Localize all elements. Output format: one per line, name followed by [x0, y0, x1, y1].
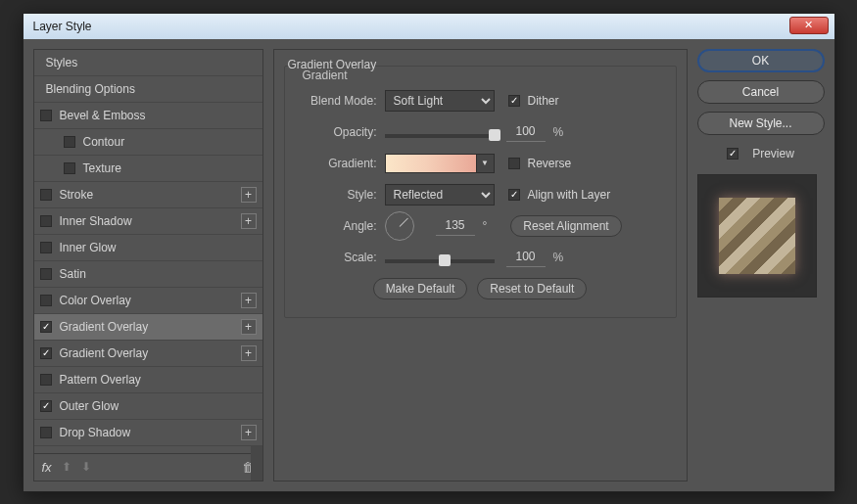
cancel-button[interactable]: Cancel — [697, 80, 825, 104]
add-effect-icon[interactable]: + — [241, 213, 257, 229]
reset-alignment-button[interactable]: Reset Alignment — [510, 215, 621, 237]
titlebar[interactable]: Layer Style ✕ — [24, 14, 834, 39]
styles-sidebar: Styles Blending Options Bevel & EmbossCo… — [33, 49, 263, 481]
sidebar-item-gradient-overlay-9[interactable]: Gradient Overlay+ — [34, 341, 262, 367]
new-style-button[interactable]: New Style... — [697, 112, 825, 135]
opacity-slider[interactable] — [385, 134, 495, 138]
style-label: Texture — [83, 161, 121, 175]
sidebar-item-contour-1[interactable]: Contour — [34, 129, 262, 156]
right-buttons: OK Cancel New Style... Preview — [697, 49, 825, 481]
sidebar-item-pattern-overlay-10[interactable]: Pattern Overlay — [34, 367, 262, 393]
sidebar-item-inner-shadow-4[interactable]: Inner Shadow+ — [34, 208, 262, 235]
sidebar-blending-options[interactable]: Blending Options — [34, 76, 262, 103]
style-label: Gradient Overlay — [60, 320, 149, 334]
fieldset-legend: Gradient — [299, 69, 352, 82]
style-checkbox[interactable] — [64, 162, 75, 174]
add-effect-icon[interactable]: + — [241, 319, 257, 335]
dither-label: Dither — [528, 94, 559, 108]
angle-input[interactable] — [436, 216, 475, 236]
style-checkbox[interactable] — [40, 189, 52, 201]
preview-box — [697, 174, 817, 298]
settings-panel: Gradient Overlay Gradient Blend Mode: So… — [273, 49, 688, 481]
sidebar-item-color-overlay-7[interactable]: Color Overlay+ — [34, 288, 262, 314]
gradient-label: Gradient: — [299, 157, 385, 170]
sidebar-item-outer-glow-11[interactable]: Outer Glow — [34, 393, 262, 420]
add-effect-icon[interactable]: + — [241, 425, 257, 440]
style-label: Style: — [299, 188, 385, 202]
style-label: Stroke — [60, 188, 94, 202]
scale-input[interactable] — [506, 248, 546, 267]
close-button[interactable]: ✕ — [789, 17, 829, 34]
style-label: Color Overlay — [60, 294, 131, 307]
fx-icon[interactable]: fx — [42, 460, 52, 475]
style-label: Bevel & Emboss — [60, 109, 146, 122]
preview-checkbox[interactable] — [727, 148, 738, 160]
style-checkbox[interactable] — [40, 321, 52, 333]
align-checkbox[interactable] — [508, 189, 520, 201]
style-label: Gradient Overlay — [60, 346, 149, 360]
add-effect-icon[interactable]: + — [241, 187, 257, 203]
layer-style-dialog: Layer Style ✕ Styles Blending Options Be… — [23, 13, 835, 492]
align-label: Align with Layer — [528, 188, 611, 202]
style-label: Inner Glow — [60, 241, 117, 254]
make-default-button[interactable]: Make Default — [373, 278, 468, 299]
dither-checkbox[interactable] — [508, 95, 520, 107]
sidebar-item-drop-shadow-12[interactable]: Drop Shadow+ — [34, 420, 262, 446]
style-label: Contour — [83, 135, 125, 149]
style-checkbox[interactable] — [40, 268, 52, 280]
style-checkbox[interactable] — [40, 427, 52, 438]
opacity-knob[interactable] — [489, 129, 500, 141]
ok-button[interactable]: OK — [697, 49, 825, 72]
style-checkbox[interactable] — [40, 242, 52, 253]
style-label: Outer Glow — [60, 399, 119, 413]
sidebar-item-stroke-3[interactable]: Stroke+ — [34, 182, 262, 208]
style-label: Satin — [60, 267, 86, 281]
dialog-title: Layer Style — [27, 20, 92, 33]
gradient-dropdown[interactable]: ▼ — [477, 154, 495, 173]
style-checkbox[interactable] — [40, 374, 52, 386]
style-checkbox[interactable] — [40, 295, 52, 306]
add-effect-icon[interactable]: + — [241, 345, 257, 361]
reset-default-button[interactable]: Reset to Default — [477, 278, 587, 299]
blend-mode-select[interactable]: Soft Light — [385, 90, 495, 112]
angle-dial[interactable] — [385, 211, 414, 241]
style-checkbox[interactable] — [40, 347, 52, 359]
reverse-label: Reverse — [528, 157, 572, 170]
style-checkbox[interactable] — [40, 400, 52, 412]
preview-thumbnail — [719, 198, 795, 274]
style-select[interactable]: Reflected — [385, 184, 495, 206]
angle-label: Angle: — [299, 219, 385, 233]
sidebar-list: Styles Blending Options Bevel & EmbossCo… — [34, 50, 262, 453]
gradient-swatch[interactable] — [385, 154, 477, 173]
style-checkbox[interactable] — [40, 215, 52, 227]
sidebar-item-bevel-emboss-0[interactable]: Bevel & Emboss — [34, 103, 262, 129]
sidebar-item-gradient-overlay-8[interactable]: Gradient Overlay+ — [34, 314, 262, 341]
opacity-input[interactable] — [506, 122, 546, 142]
scale-label: Scale: — [299, 251, 385, 264]
opacity-label: Opacity: — [299, 125, 385, 139]
blend-mode-label: Blend Mode: — [299, 94, 385, 108]
style-checkbox[interactable] — [40, 110, 52, 121]
style-label: Drop Shadow — [60, 426, 131, 439]
scale-knob[interactable] — [439, 254, 451, 266]
sidebar-styles-header[interactable]: Styles — [34, 50, 262, 76]
reverse-checkbox[interactable] — [508, 158, 520, 169]
sidebar-item-texture-2[interactable]: Texture — [34, 156, 262, 182]
sidebar-footer: fx ⬆ ⬇ 🗑 — [34, 453, 262, 481]
scale-slider[interactable] — [385, 259, 495, 263]
style-label: Pattern Overlay — [60, 373, 141, 387]
preview-label: Preview — [752, 147, 794, 160]
add-effect-icon[interactable]: + — [241, 293, 257, 308]
style-checkbox[interactable] — [64, 136, 75, 148]
move-down-icon[interactable]: ⬇ — [81, 460, 91, 474]
sidebar-item-inner-glow-5[interactable]: Inner Glow — [34, 235, 262, 261]
move-up-icon[interactable]: ⬆ — [62, 460, 71, 474]
sidebar-item-satin-6[interactable]: Satin — [34, 261, 262, 288]
style-label: Inner Shadow — [60, 214, 132, 228]
